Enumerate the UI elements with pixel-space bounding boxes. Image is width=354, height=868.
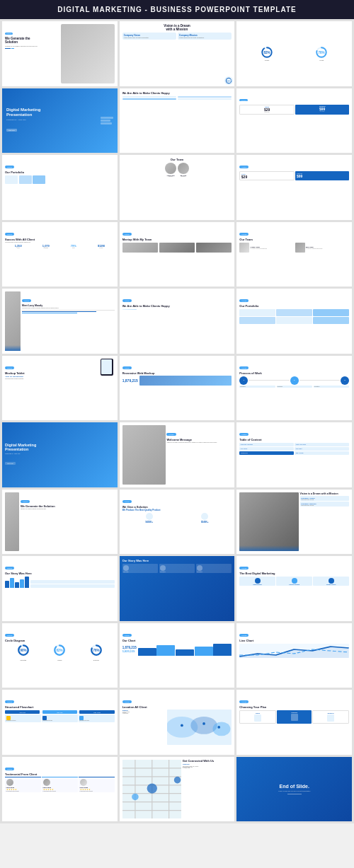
slide17-heading: Revonsive Web Mockup [122, 371, 232, 375]
slide-34[interactable]: Preview Testimonial From Client Client N… [2, 757, 118, 822]
slide-29[interactable]: Preview Our Chart 1,879,215 1,623,115 [120, 623, 235, 688]
slide29-heading: Our Chart [122, 639, 232, 642]
slide19-title: Digital MarketingPresentation [5, 443, 36, 452]
slide31-heading: Structured Flowchart [5, 705, 115, 709]
slide-8[interactable]: Our Team Adam Shah Manager Ben Shib Dire… [120, 155, 235, 220]
slide15-heading: Our Portofolio [239, 304, 349, 308]
slide-36[interactable]: End of Slide. Thank you and See You For … [236, 757, 352, 822]
slide-31[interactable]: Preview Structured Flowchart Step One › … [2, 690, 118, 755]
slide-12[interactable]: Preview Our Team Adam Shah All company b… [236, 222, 352, 287]
svg-point-23 [217, 726, 220, 729]
svg-point-20 [212, 722, 230, 736]
slide34-heading: Testimonial From Client [5, 772, 115, 776]
slide-2[interactable]: Vision is a Dreamwith a Mission Company … [120, 21, 235, 86]
slide-11[interactable]: Preview Meetup With My Team [120, 222, 235, 287]
svg-point-22 [202, 722, 205, 725]
svg-text:82%: 82% [263, 51, 270, 54]
slide1-heading: We Generate theSolution [5, 37, 59, 45]
slide26-heading: Our Story Was Here [122, 559, 232, 562]
slide13-heading: Meet Lucy Maudy [22, 304, 115, 307]
slide-30[interactable]: Preview Line Chart [236, 623, 352, 688]
slide35-heading: Get Connected With Us [183, 760, 232, 763]
svg-point-21 [181, 724, 183, 727]
slide20-heading: Welcome Message [166, 438, 232, 441]
slide7-heading: Our Portofolio [5, 170, 115, 174]
slide-5[interactable]: We Are Able to Make Clients Happy [120, 88, 235, 154]
svg-point-19 [190, 717, 217, 734]
page-header: DIGITAL MARKETING - BUSINESS POWERPOINT … [0, 0, 354, 19]
slide-15[interactable]: Preview Our Portofolio [236, 289, 352, 354]
slide14-heading: We Are Able to Make Clients Happy [122, 304, 232, 308]
slide-27[interactable]: Preview The Best Digital Marketing Digit… [236, 556, 352, 621]
slide1-text: Suitable for all company business and pe… [5, 45, 59, 47]
svg-text:76%: 76% [93, 648, 99, 652]
slide-13[interactable]: Preview Meet Lucy Maudy Lorem ipsum dolo… [2, 289, 118, 354]
slide1-badge: Preview [5, 33, 13, 35]
slide-3[interactable]: 82% Client 76% Profit [236, 21, 352, 86]
header-title: DIGITAL MARKETING - BUSINESS POWERPOINT … [57, 6, 296, 13]
slide28-heading: Circle Diagram [5, 639, 115, 642]
slide18-heading: Procces of Work [239, 371, 349, 375]
slide-10[interactable]: Preview Succes With All Client Lorem ips… [2, 222, 118, 287]
svg-marker-17 [239, 647, 349, 658]
slide-1[interactable]: Preview We Generate theSolution Suitable… [2, 21, 118, 86]
slide-19[interactable]: Digital MarketingPresentation Presented … [2, 422, 118, 487]
slide-9[interactable]: Content Starter $29 Premium $99 [236, 155, 352, 220]
slide36-heading: End of Slide. [279, 784, 309, 789]
slide-20[interactable]: Preview Welcome Message Suitable for all… [120, 422, 235, 487]
slide11-heading: Meetup With My Team [122, 238, 232, 241]
slide-28[interactable]: Preview Circle Diagram 90% Marketing 82%… [2, 623, 118, 688]
slide-14[interactable]: Preview We Are Able to Make Clients Happ… [120, 289, 235, 354]
slide-7[interactable]: Preview Our Portofolio [2, 155, 118, 220]
slide16-heading: Mockup Tablet [5, 371, 98, 375]
svg-point-38 [173, 776, 181, 783]
slide-24[interactable]: Vision is a Dream with a Mission Company… [236, 490, 352, 555]
slide25-heading: Our Story Was Here [5, 572, 115, 575]
slide-23[interactable]: Preview We Give a Solution We Produce Th… [120, 490, 235, 555]
slide-16[interactable]: Preview Mockup Tablet Apps for Recognizi… [2, 356, 118, 421]
svg-text:90%: 90% [20, 648, 26, 652]
slide-26[interactable]: Our Story Was Here Description Descripti… [120, 556, 235, 621]
slide10-heading: Succes With All Client [5, 238, 115, 241]
slide-18[interactable]: Preview Procces of Work 1 2 3 Descriptio… [236, 356, 352, 421]
slide-17[interactable]: Preview Revonsive Web Mockup 1,879,215 [120, 356, 235, 421]
slide36-sub: Thank you and See You For The Next Prese… [278, 790, 310, 792]
slide-32[interactable]: Preview Location All Client Region • Nor… [120, 690, 235, 755]
svg-text:82%: 82% [57, 648, 63, 652]
slides-grid: Preview We Generate theSolution Suitable… [0, 19, 354, 823]
slide30-heading: Line Chart [239, 639, 349, 642]
svg-text:90%: 90% [227, 80, 232, 82]
stat-circle-2: 76% Profit [315, 46, 328, 62]
slide-33[interactable]: Preview Choosing Your Plan Starter Premi… [236, 690, 352, 755]
slide4-title: Digital MarketingPresentation [6, 108, 99, 117]
slide2-heading: Vision is a Dreamwith a Mission [122, 24, 232, 31]
slide33-heading: Choosing Your Plan [239, 705, 349, 709]
stat-circle-1: 82% Client [261, 46, 273, 62]
slide-22[interactable]: Preview We Generate the Solution Suitabl… [2, 490, 118, 555]
slide-21[interactable]: Content Table of Content Welcome Message… [236, 422, 352, 487]
slide-4[interactable]: Digital MarketingPresentation Presented … [2, 88, 118, 154]
slide8-heading: Our Team [122, 158, 232, 161]
slide12-heading: Our Team [239, 238, 349, 241]
slide21-heading: Table of Content [239, 438, 349, 441]
svg-point-37 [132, 793, 139, 800]
slide5-heading: We Are Able to Make Clients Happy [122, 91, 232, 95]
slide27-heading: The Best Digital Marketing [239, 572, 349, 575]
slide22-heading: We Generate the Solution [21, 505, 115, 509]
slide-25[interactable]: Preview Our Story Was Here [2, 556, 118, 621]
slide-6[interactable]: Premium Starter $29 per month Premium $9… [236, 88, 352, 154]
slide32-heading: Location All Client [122, 705, 232, 709]
svg-text:76%: 76% [319, 51, 325, 54]
slide24-heading: Vision is a Dream with a Mission [300, 492, 349, 495]
slide-35[interactable]: Get Connected With Us Address 123 Busine… [120, 757, 235, 822]
svg-point-36 [147, 783, 156, 793]
